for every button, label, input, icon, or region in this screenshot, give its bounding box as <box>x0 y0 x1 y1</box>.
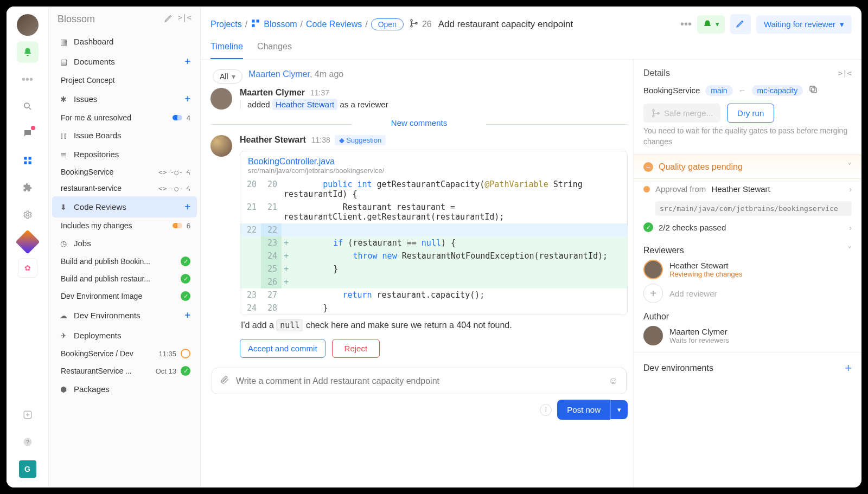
help-icon[interactable]: ? <box>17 431 39 453</box>
settings-icon[interactable] <box>17 204 39 226</box>
branch-row: BookingService main ← mc-capacity <box>643 85 852 96</box>
extensions-icon[interactable] <box>17 177 39 198</box>
chat-icon[interactable] <box>17 123 39 144</box>
prev-entry[interactable]: Maarten Clymer, 4m ago <box>210 67 628 85</box>
sidebar-sub[interactable]: Project Concept <box>52 72 197 88</box>
dry-run-button[interactable]: Dry run <box>727 104 774 123</box>
add-icon[interactable]: + <box>184 310 190 321</box>
copy-branch-icon[interactable] <box>808 85 818 96</box>
approval-row[interactable]: Approval from Heather Stewart › <box>643 179 852 199</box>
workspace-icon[interactable]: ✿ <box>18 258 37 278</box>
svg-point-19 <box>658 112 659 114</box>
user-avatar[interactable] <box>17 14 39 36</box>
state-dropdown[interactable]: Waiting for reviewer▾ <box>756 15 852 34</box>
svg-rect-4 <box>28 162 31 164</box>
sidebar-sub[interactable]: Build and publish restaur...✓ <box>52 270 197 287</box>
attach-icon[interactable] <box>220 375 229 387</box>
emoji-icon[interactable]: ☺ <box>609 375 618 387</box>
add-reviewer-icon[interactable]: + <box>643 284 663 303</box>
tab-timeline[interactable]: Timeline <box>210 42 243 59</box>
sidebar-sub[interactable]: Includes my changes 6 <box>52 217 197 234</box>
comment-input[interactable] <box>236 376 602 386</box>
reject-button[interactable]: Reject <box>332 339 380 358</box>
pkg-icon: ⬢ <box>59 385 68 394</box>
post-button[interactable]: Post now <box>557 400 610 420</box>
sidebar-item-issue-boards[interactable]: ⫿⫿ Issue Boards <box>52 126 197 145</box>
add-icon[interactable]: + <box>184 56 190 67</box>
timeline-entry: Heather Stewart 11:38 ◆ SuggestionBookin… <box>210 135 628 358</box>
ci-status-button[interactable]: ▾ <box>697 15 725 34</box>
svg-point-14 <box>416 22 417 24</box>
deploy-icon: ✈ <box>59 331 68 340</box>
sidebar-sub[interactable]: BookingService / Dev11:35 <box>52 345 197 362</box>
target-branch[interactable]: main <box>705 85 732 96</box>
breadcrumb-section[interactable]: Code Reviews <box>306 20 362 29</box>
author-row[interactable]: Maarten Clymer Waits for reviewers <box>643 326 852 345</box>
sidebar-item-dashboard[interactable]: ▥ Dashboard <box>52 32 197 51</box>
add-icon[interactable]: + <box>184 93 190 105</box>
sidebar-item-issues[interactable]: ✱ Issues + <box>52 88 197 110</box>
breadcrumb-projects[interactable]: Projects <box>210 20 242 29</box>
quality-gates-toggle[interactable]: – Quality gates pending ˅ <box>643 162 852 172</box>
svg-text:?: ? <box>26 439 29 445</box>
sidebar-item-documents[interactable]: ▤ Documents + <box>52 51 197 72</box>
comment-composer: ☺ <box>212 368 627 394</box>
author-avatar <box>643 326 663 345</box>
add-devenv-icon[interactable]: + <box>845 361 852 375</box>
edit-icon[interactable] <box>164 13 174 25</box>
new-comments-divider: New comments <box>210 116 628 132</box>
svg-point-12 <box>411 20 412 21</box>
tab-changes[interactable]: Changes <box>257 42 292 59</box>
details-heading: Details >|< <box>643 68 852 78</box>
info-icon[interactable]: i <box>540 404 552 416</box>
sidebar-item-packages[interactable]: ⬢ Packages <box>52 380 197 399</box>
product-icon[interactable] <box>17 231 39 253</box>
sidebar-sub[interactable]: BookingService<>-○-ᔦ <box>52 164 197 180</box>
svg-rect-10 <box>257 20 259 22</box>
add-reviewer-row[interactable]: + Add reviewer <box>643 284 852 303</box>
bell-icon[interactable] <box>17 41 39 63</box>
more-actions-icon[interactable]: ••• <box>680 18 692 30</box>
sidebar-item-repositories[interactable]: ≣ Repositories <box>52 145 197 164</box>
sidebar-item-code-reviews[interactable]: ⬇ Code Reviews + <box>52 196 197 217</box>
svg-rect-9 <box>252 20 255 22</box>
svg-point-0 <box>24 103 29 108</box>
collapse-sidebar-icon[interactable]: >|< <box>178 13 192 25</box>
sidebar-sub[interactable]: RestaurantService ...Oct 13 ✓ <box>52 362 197 380</box>
breadcrumb-project[interactable]: Blossom <box>264 20 297 29</box>
dashboard-icon: ▥ <box>59 37 68 46</box>
reviewer-row[interactable]: Heather Stewart Reviewing the changes <box>643 260 852 279</box>
sidebar-item-deployments[interactable]: ✈ Deployments <box>52 326 197 345</box>
more-icon[interactable]: ••• <box>17 68 39 90</box>
diff-card: BookingController.javasrc/main/java/com/… <box>240 151 628 315</box>
sidebar-sub[interactable]: Build and publish Bookin...✓ <box>52 253 197 270</box>
filter-chip[interactable]: All▾ <box>213 69 242 84</box>
apps-icon[interactable] <box>17 150 39 171</box>
user-mention[interactable]: Heather Stewart <box>272 99 337 110</box>
diff-file-link[interactable]: BookingController.java <box>248 157 620 166</box>
accept-button[interactable]: Accept and commit <box>240 339 326 358</box>
suggestion-badge: ◆ Suggestion <box>335 135 386 145</box>
add-workspace-icon[interactable] <box>17 404 39 426</box>
doc-icon: ▤ <box>59 57 68 66</box>
svg-rect-11 <box>252 24 255 27</box>
sidebar-item-dev-environments[interactable]: ☁ Dev Environments + <box>52 305 197 326</box>
add-icon[interactable]: + <box>184 201 190 213</box>
edit-title-button[interactable] <box>730 14 751 34</box>
wait-note: You need to wait for the quality gates t… <box>643 126 852 147</box>
dev-environments-row[interactable]: Dev environments + <box>634 352 861 375</box>
search-icon[interactable] <box>17 95 39 117</box>
sidebar-item-jobs[interactable]: ◷ Jobs <box>52 234 197 253</box>
sidebar-sub[interactable]: restaurant-service<>-○-ᔦ <box>52 180 197 196</box>
entry-avatar <box>210 135 232 157</box>
collapse-details-icon[interactable]: >|< <box>838 69 852 78</box>
checks-row[interactable]: ✓ 2/2 checks passed › <box>643 217 852 238</box>
source-branch[interactable]: mc-capacity <box>752 85 803 96</box>
sidebar-sub[interactable]: Dev Environment Image✓ <box>52 287 197 305</box>
sidebar-sub[interactable]: For me & unresolved 4 <box>52 110 197 126</box>
reviewers-heading[interactable]: Reviewers˅ <box>643 245 852 255</box>
svg-rect-3 <box>24 162 27 164</box>
brand-icon[interactable]: G <box>17 458 39 480</box>
post-dropdown[interactable]: ▾ <box>610 400 628 419</box>
safe-merge-button: Safe merge... <box>643 104 720 123</box>
